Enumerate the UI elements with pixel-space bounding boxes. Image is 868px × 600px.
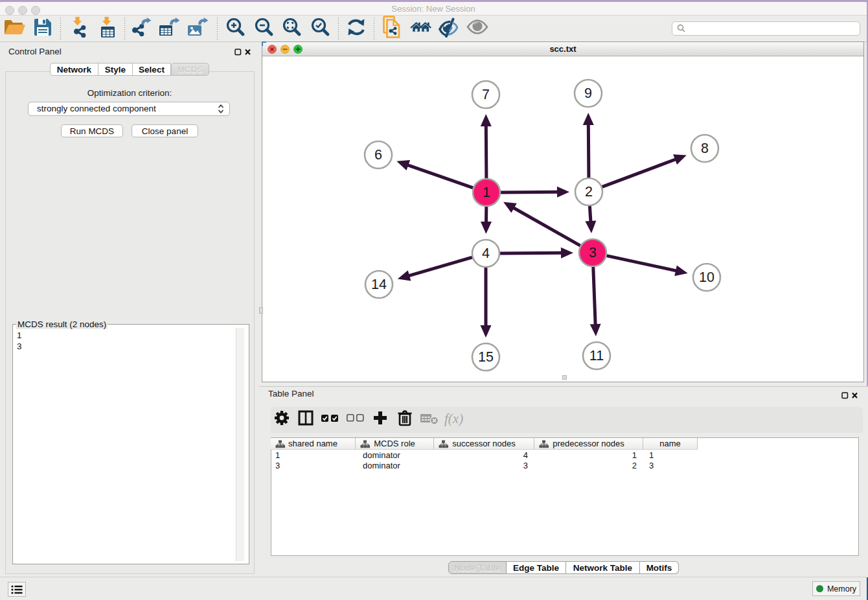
svg-text:14: 14 bbox=[371, 277, 387, 292]
svg-text:3: 3 bbox=[589, 245, 597, 260]
svg-text:11: 11 bbox=[589, 348, 604, 363]
svg-text:6: 6 bbox=[374, 147, 382, 163]
svg-text:2: 2 bbox=[585, 184, 593, 200]
svg-text:10: 10 bbox=[699, 270, 714, 285]
svg-text:4: 4 bbox=[482, 246, 490, 261]
svg-text:8: 8 bbox=[701, 141, 709, 156]
svg-text:15: 15 bbox=[478, 349, 494, 365]
svg-text:7: 7 bbox=[482, 87, 490, 102]
svg-text:9: 9 bbox=[584, 86, 592, 101]
svg-text:1: 1 bbox=[483, 185, 490, 200]
